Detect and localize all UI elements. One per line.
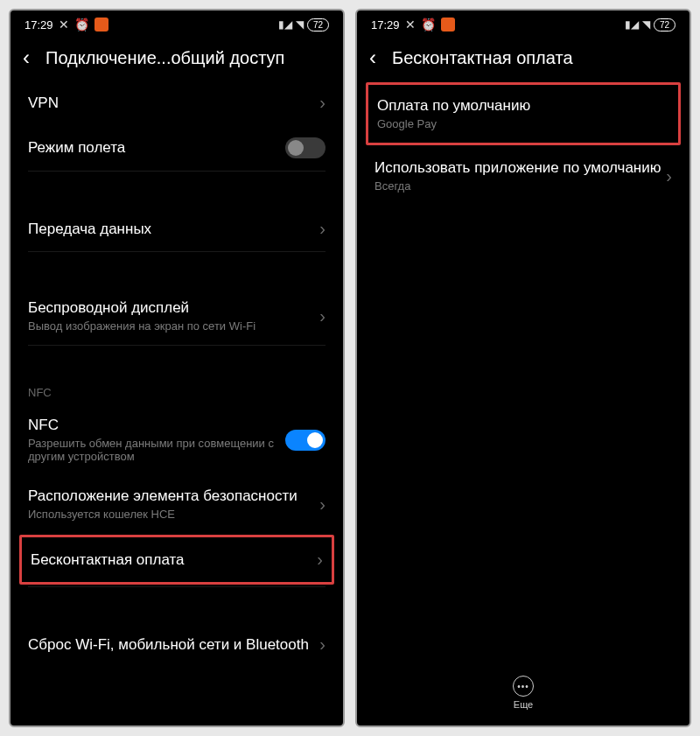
- highlighted-item: Бесконтактная оплата ›: [19, 535, 334, 585]
- item-label: VPN: [28, 95, 319, 112]
- item-use-default-app[interactable]: Использовать приложение по умолчанию Все…: [357, 147, 690, 205]
- alarm-icon: ⏰: [421, 18, 436, 32]
- wifi-icon: ◥: [642, 18, 650, 31]
- alarm-icon: ⏰: [74, 18, 89, 32]
- chevron-right-icon: ›: [319, 306, 326, 326]
- chevron-right-icon: ›: [319, 93, 326, 113]
- back-icon[interactable]: ‹: [23, 47, 30, 68]
- item-label: Расположение элемента безопасности: [28, 487, 319, 505]
- item-data[interactable]: Передача данных ›: [10, 207, 343, 251]
- settings-list: Оплата по умолчанию Google Pay Использов…: [357, 81, 690, 665]
- item-sublabel: Используется кошелек HCE: [28, 508, 319, 521]
- item-sublabel: Всегда: [374, 179, 666, 193]
- phone-screen-2: 17:29 ✕ ⏰ ▮◢ ◥ 72 ‹ Бесконтактная оплата…: [355, 9, 691, 727]
- dnd-icon: ✕: [405, 18, 416, 32]
- item-vpn[interactable]: VPN ›: [10, 81, 343, 125]
- item-reset-network[interactable]: Сброс Wi-Fi, мобильной сети и Bluetooth …: [10, 622, 343, 667]
- statusbar: 17:29 ✕ ⏰ ▮◢ ◥ 72: [357, 11, 690, 39]
- item-secure-element[interactable]: Расположение элемента безопасности Испол…: [10, 475, 343, 533]
- item-sublabel: Разрешить обмен данными при совмещении с…: [28, 437, 285, 463]
- app-notification-icon: [94, 18, 108, 32]
- clock-time: 17:29: [24, 18, 53, 32]
- chevron-right-icon: ›: [319, 494, 326, 515]
- chevron-right-icon: ›: [666, 166, 672, 186]
- clock-time: 17:29: [371, 18, 400, 32]
- item-label: Беспроводной дисплей: [28, 299, 319, 317]
- battery-indicator: 72: [307, 18, 329, 32]
- item-sublabel: Вывод изображения на экран по сети Wi-Fi: [28, 319, 319, 333]
- item-contactless-pay[interactable]: Бесконтактная оплата ›: [22, 537, 332, 582]
- phone-screen-1: 17:29 ✕ ⏰ ▮◢ ◥ 72 ‹ Подключение...общий …: [9, 9, 345, 727]
- item-wireless-display[interactable]: Беспроводной дисплей Вывод изображения н…: [10, 287, 343, 345]
- item-label: Режим полета: [28, 139, 285, 157]
- app-notification-icon: [441, 18, 455, 32]
- statusbar: 17:29 ✕ ⏰ ▮◢ ◥ 72: [10, 11, 343, 39]
- item-label: Использовать приложение по умолчанию: [374, 159, 666, 177]
- item-label: Сброс Wi-Fi, мобильной сети и Bluetooth: [28, 636, 319, 654]
- item-nfc[interactable]: NFC Разрешить обмен данными при совмещен…: [10, 404, 343, 475]
- item-airplane[interactable]: Режим полета: [10, 125, 343, 171]
- item-label: Передача данных: [28, 221, 319, 238]
- airplane-toggle[interactable]: [285, 137, 326, 158]
- back-icon[interactable]: ‹: [369, 47, 376, 68]
- wifi-icon: ◥: [296, 18, 304, 31]
- dnd-icon: ✕: [59, 18, 69, 32]
- item-default-payment[interactable]: Оплата по умолчанию Google Pay: [368, 85, 678, 143]
- signal-icon: ▮◢: [625, 18, 639, 31]
- item-sublabel: Google Pay: [377, 117, 669, 130]
- header: ‹ Подключение...общий доступ: [10, 39, 343, 81]
- header: ‹ Бесконтактная оплата: [357, 39, 690, 81]
- more-icon: •••: [513, 676, 534, 697]
- settings-list: VPN › Режим полета Передача данных › Бес…: [10, 81, 343, 725]
- item-label: NFC: [28, 417, 285, 434]
- nfc-toggle[interactable]: [285, 430, 326, 451]
- chevron-right-icon: ›: [319, 634, 326, 655]
- highlighted-item: Оплата по умолчанию Google Pay: [366, 82, 681, 145]
- page-title: Подключение...общий доступ: [46, 48, 284, 68]
- battery-indicator: 72: [654, 18, 676, 32]
- page-title: Бесконтактная оплата: [392, 48, 573, 68]
- more-button[interactable]: ••• Еще: [357, 665, 690, 725]
- chevron-right-icon: ›: [319, 219, 326, 239]
- item-label: Оплата по умолчанию: [377, 97, 669, 115]
- more-label: Еще: [514, 699, 533, 710]
- item-label: Бесконтактная оплата: [31, 551, 317, 569]
- signal-icon: ▮◢: [278, 18, 292, 31]
- chevron-right-icon: ›: [317, 550, 323, 570]
- section-label-nfc: NFC: [10, 381, 343, 404]
